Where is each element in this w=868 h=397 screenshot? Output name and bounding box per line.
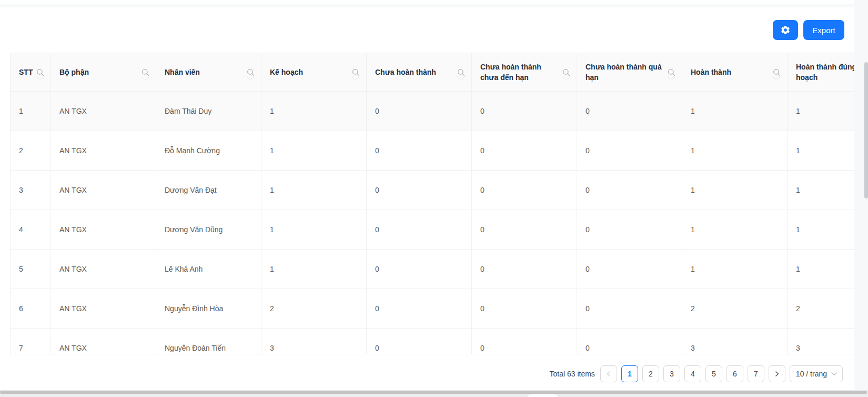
cell-hoan-thanh-dung-ke-hoach: 3 xyxy=(788,329,854,354)
column-header-hoan-thanh: Hoàn thành xyxy=(682,53,788,91)
table-row: 2AN TGXĐỗ Mạnh Cường100011 xyxy=(10,131,854,171)
column-header-ke-hoach: Kế hoạch xyxy=(261,53,367,91)
cell-hoan-thanh: 2 xyxy=(682,289,788,328)
cell-nhan-vien: Dương Văn Đạt xyxy=(156,171,261,210)
pagination-page-3[interactable]: 3 xyxy=(663,365,680,382)
cell-ke-hoach: 2 xyxy=(261,289,367,328)
search-icon-arc xyxy=(36,76,44,80)
column-label-hoan-thanh: Hoàn thành xyxy=(691,67,769,77)
pagination-page-1[interactable]: 1 xyxy=(621,365,638,382)
chevron-down-icon xyxy=(831,372,837,376)
cell-stt: 5 xyxy=(11,250,51,289)
search-icon[interactable] xyxy=(562,68,570,76)
cell-ke-hoach: 1 xyxy=(261,92,367,131)
cell-chua-hoan-thanh-qua-han: 0 xyxy=(577,210,682,249)
report-card: Export STTBộ phậnNhân viênKế hoạchChưa h… xyxy=(5,7,854,391)
cell-nhan-vien: Nguyễn Đoàn Tiến xyxy=(156,329,261,354)
search-icon-arc xyxy=(247,76,254,80)
horizontal-scrollbar-thumb[interactable] xyxy=(0,391,867,394)
cell-ke-hoach: 3 xyxy=(261,329,367,354)
cell-bo-phan: AN TGX xyxy=(51,131,156,170)
cell-stt: 1 xyxy=(11,92,51,131)
search-icon[interactable] xyxy=(36,68,44,76)
column-header-chua-hoan-thanh-qua-han: Chưa hoàn thành quá hạn xyxy=(577,53,682,91)
cell-bo-phan: AN TGX xyxy=(51,210,156,249)
cell-nhan-vien: Nguyễn Đình Hòa xyxy=(156,289,261,328)
cell-bo-phan: AN TGX xyxy=(51,289,156,328)
cell-chua-hoan-thanh-qua-han: 0 xyxy=(577,131,682,170)
pagination-page-2[interactable]: 2 xyxy=(642,365,659,382)
column-header-chua-hoan-thanh-chua-den-han: Chưa hoàn thành chưa đến hạn xyxy=(472,53,577,91)
column-label-hoan-thanh-dung-ke-hoach: Hoàn thành đúng kế hoạch xyxy=(796,62,854,83)
pagination-next-button[interactable] xyxy=(769,365,785,382)
pagination-page-5[interactable]: 5 xyxy=(705,365,722,382)
cell-chua-hoan-thanh-qua-han: 0 xyxy=(577,289,682,328)
cell-bo-phan: AN TGX xyxy=(51,171,156,210)
cell-hoan-thanh: 1 xyxy=(682,92,788,131)
search-icon[interactable] xyxy=(351,68,360,76)
cell-hoan-thanh-dung-ke-hoach: 1 xyxy=(788,210,854,249)
search-icon[interactable] xyxy=(457,68,465,76)
search-icon-arc xyxy=(668,76,675,80)
cell-chua-hoan-thanh-chua-den-han: 0 xyxy=(472,210,577,249)
cell-hoan-thanh: 1 xyxy=(682,210,788,249)
cell-nhan-vien: Đàm Thái Duy xyxy=(156,92,261,131)
table-body: 1AN TGXĐàm Thái Duy1000112AN TGXĐỗ Mạnh … xyxy=(10,92,854,354)
cell-hoan-thanh: 1 xyxy=(682,131,788,170)
cell-chua-hoan-thanh: 0 xyxy=(367,210,472,249)
cell-chua-hoan-thanh-chua-den-han: 0 xyxy=(472,131,577,170)
pagination-page-7[interactable]: 7 xyxy=(748,365,764,382)
table-row: 4AN TGXDương Văn Dũng100011 xyxy=(10,210,854,250)
export-button-label: Export xyxy=(812,26,835,35)
column-header-bo-phan: Bộ phận xyxy=(51,53,156,91)
column-label-chua-hoan-thanh-qua-han: Chưa hoàn thành quá hạn xyxy=(586,62,664,83)
chevron-left-icon xyxy=(605,371,612,377)
export-button[interactable]: Export xyxy=(803,20,844,40)
search-icon[interactable] xyxy=(772,68,781,76)
search-icon-arc xyxy=(562,76,570,80)
table-row: 7AN TGXNguyễn Đoàn Tiến300033 xyxy=(10,329,854,354)
cell-ke-hoach: 1 xyxy=(261,210,367,249)
cell-hoan-thanh-dung-ke-hoach: 1 xyxy=(788,171,854,210)
pagination-page-6[interactable]: 6 xyxy=(726,365,743,382)
cell-chua-hoan-thanh-chua-den-han: 0 xyxy=(472,289,577,328)
pagination-prev-button[interactable] xyxy=(600,365,617,382)
search-icon-arc xyxy=(773,76,780,80)
cell-chua-hoan-thanh: 0 xyxy=(367,289,472,328)
cell-nhan-vien: Đỗ Mạnh Cường xyxy=(156,131,261,170)
cell-ke-hoach: 1 xyxy=(261,171,367,210)
search-icon-arc xyxy=(457,76,465,80)
cell-stt: 6 xyxy=(11,289,51,328)
cell-stt: 2 xyxy=(11,131,51,170)
cell-hoan-thanh: 1 xyxy=(682,171,788,210)
page-size-select[interactable]: 10 / trang xyxy=(790,365,843,382)
cell-hoan-thanh-dung-ke-hoach: 1 xyxy=(788,131,854,170)
results-table: STTBộ phậnNhân viênKế hoạchChưa hoàn thà… xyxy=(10,53,854,354)
settings-button[interactable] xyxy=(773,20,798,40)
search-icon[interactable] xyxy=(246,68,255,76)
cell-ke-hoach: 1 xyxy=(261,250,367,289)
cell-hoan-thanh-dung-ke-hoach: 1 xyxy=(788,92,854,131)
cell-chua-hoan-thanh: 0 xyxy=(367,329,472,354)
cell-chua-hoan-thanh-qua-han: 0 xyxy=(577,250,682,289)
search-icon[interactable] xyxy=(667,68,675,76)
cell-ke-hoach: 1 xyxy=(261,131,367,170)
search-icon-arc xyxy=(352,76,359,80)
cell-hoan-thanh: 3 xyxy=(682,329,788,354)
table-row: 5AN TGXLê Khả Anh100011 xyxy=(10,250,854,289)
page: Export STTBộ phậnNhân viênKế hoạchChưa h… xyxy=(0,0,868,397)
column-label-nhan-vien: Nhân viên xyxy=(165,67,243,77)
pagination-page-4[interactable]: 4 xyxy=(684,365,701,382)
vertical-scrollbar-thumb[interactable] xyxy=(864,62,868,198)
search-icon[interactable] xyxy=(141,68,149,76)
search-icon-arc xyxy=(142,76,149,80)
cell-stt: 4 xyxy=(11,210,51,249)
cell-chua-hoan-thanh-chua-den-han: 0 xyxy=(472,329,577,354)
table-row: 6AN TGXNguyễn Đình Hòa200022 xyxy=(10,289,854,329)
cell-chua-hoan-thanh-chua-den-han: 0 xyxy=(472,171,577,210)
cell-chua-hoan-thanh-qua-han: 0 xyxy=(577,92,682,131)
cell-chua-hoan-thanh-chua-den-han: 0 xyxy=(472,250,577,289)
cell-stt: 7 xyxy=(11,329,51,354)
column-label-stt: STT xyxy=(19,67,33,77)
column-header-stt: STT xyxy=(11,53,51,91)
